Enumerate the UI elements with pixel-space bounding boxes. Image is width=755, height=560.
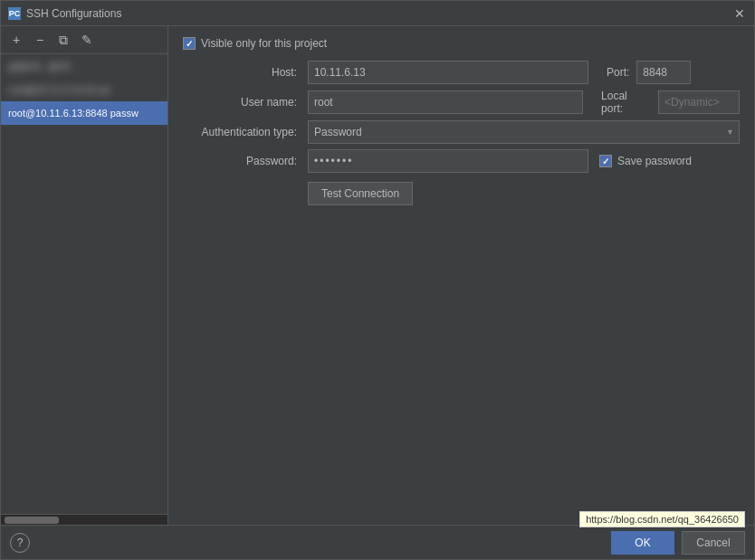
main-content: + − ⧉ ✎ git@10...@19... root@10.11.0.14:… bbox=[1, 26, 754, 525]
password-label: Password: bbox=[183, 155, 301, 167]
save-password-row: Save password bbox=[599, 155, 692, 167]
bottom-bar: ? https://blog.csdn.net/qq_36426650 OK C… bbox=[1, 525, 754, 559]
username-label: User name: bbox=[183, 96, 301, 109]
left-panel: + − ⧉ ✎ git@10...@19... root@10.11.0.14:… bbox=[1, 26, 168, 525]
bottom-buttons: https://blog.csdn.net/qq_36426650 OK Can… bbox=[611, 531, 745, 555]
right-panel: Visible only for this project Host: Port… bbox=[168, 26, 754, 525]
password-input[interactable] bbox=[308, 149, 588, 173]
port-input[interactable] bbox=[636, 61, 691, 84]
visible-only-checkbox[interactable] bbox=[183, 37, 196, 50]
ok-button[interactable]: OK bbox=[611, 531, 674, 555]
host-label: Host: bbox=[183, 66, 301, 79]
auth-type-label: Authentication type: bbox=[183, 126, 301, 138]
list-item[interactable]: root@10.11.0.14:22 pa bbox=[1, 78, 167, 101]
dialog-title: SSH Configurations bbox=[26, 7, 732, 20]
connections-list: git@10...@19... root@10.11.0.14:22 pa ro… bbox=[1, 54, 167, 514]
host-port-row: Port: bbox=[308, 61, 740, 84]
add-connection-button[interactable]: + bbox=[6, 30, 26, 50]
port-label: Port: bbox=[607, 66, 629, 79]
local-port-label: Local port: bbox=[601, 90, 651, 115]
test-connection-button[interactable]: Test Connection bbox=[308, 182, 413, 205]
local-port-input[interactable] bbox=[658, 90, 740, 114]
username-localport-row: Local port: bbox=[308, 90, 740, 115]
auth-type-select[interactable]: Password Key pair OpenSSH config and aut… bbox=[308, 120, 740, 144]
cancel-button[interactable]: Cancel bbox=[682, 531, 745, 555]
copy-connection-button[interactable]: ⧉ bbox=[53, 30, 73, 50]
list-item[interactable]: git@10...@19... bbox=[1, 54, 167, 78]
scrollbar-thumb[interactable] bbox=[5, 517, 59, 524]
visible-only-label: Visible only for this project bbox=[201, 37, 327, 50]
url-tooltip: https://blog.csdn.net/qq_36426650 bbox=[579, 511, 745, 527]
list-item[interactable]: root@10.11.6.13:8848 passw bbox=[1, 101, 167, 125]
save-password-checkbox[interactable] bbox=[599, 155, 612, 167]
test-connection-container: Test Connection bbox=[308, 178, 740, 205]
form-grid: Host: Port: User name: Local port: Authe… bbox=[183, 61, 740, 205]
username-input[interactable] bbox=[308, 90, 583, 114]
password-row-inner: Save password bbox=[308, 149, 740, 173]
horizontal-scrollbar[interactable] bbox=[1, 514, 167, 525]
auth-type-wrapper: Password Key pair OpenSSH config and aut… bbox=[308, 120, 740, 144]
title-bar: PC SSH Configurations ✕ bbox=[1, 1, 754, 26]
remove-connection-button[interactable]: − bbox=[30, 30, 50, 50]
close-button[interactable]: ✕ bbox=[732, 6, 747, 21]
help-button[interactable]: ? bbox=[10, 533, 30, 553]
left-toolbar: + − ⧉ ✎ bbox=[1, 26, 167, 54]
visible-only-row: Visible only for this project bbox=[183, 37, 740, 50]
ssh-configurations-dialog: PC SSH Configurations ✕ + − ⧉ ✎ git@10..… bbox=[0, 0, 755, 560]
save-password-label: Save password bbox=[617, 155, 692, 167]
app-icon: PC bbox=[8, 7, 21, 20]
host-input[interactable] bbox=[308, 61, 588, 84]
edit-connection-button[interactable]: ✎ bbox=[77, 30, 97, 50]
